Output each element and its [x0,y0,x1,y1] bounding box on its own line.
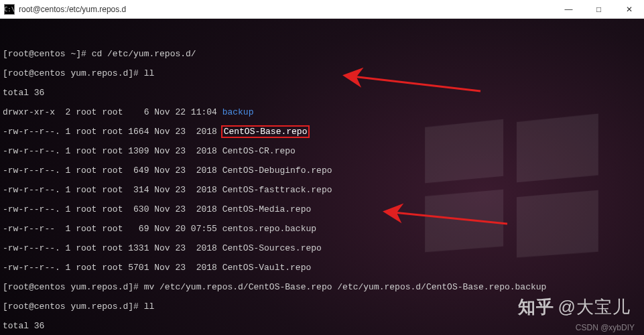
terminal-line: -rw-r--r--. 1 root root 1331 Nov 23 2018… [3,244,641,254]
prompt: [root@centos yum.repos.d]# [3,302,144,312]
terminal-line: drwxr-xr-x 2 root root 6 Nov 22 11:04 ba… [3,108,641,118]
ls-meta: drwxr-xr-x 2 root root 6 Nov 22 11:04 [3,107,222,117]
close-button[interactable]: ✕ [614,0,644,18]
terminal-line: [root@centos yum.repos.d]# ll [3,302,641,312]
window-title: root@centos:/etc/yum.repos.d [19,5,554,14]
terminal-line: [root@centos yum.repos.d]# ll [3,69,641,79]
terminal-line: -rw-r--r--. 1 root root 1309 Nov 23 2018… [3,147,641,157]
annotation-arrow-2 [348,192,514,241]
ls-meta: -rw-r--r--. 1 root root 1664 Nov 23 2018 [3,127,222,137]
prompt: [root@centos yum.repos.d]# [3,282,144,292]
command-text: mv /etc/yum.repos.d/CentOS-Base.repo /et… [144,282,547,292]
annotation-arrow-1 [308,56,487,105]
maximize-button[interactable]: □ [584,0,614,18]
window: C:\ root@centos:/etc/yum.repos.d — □ ✕ [… [0,0,644,335]
prompt: [root@centos ~]# [3,49,92,59]
terminal-line: total 36 [3,88,641,98]
command-text: ll [144,68,155,78]
window-controls: — □ ✕ [554,0,644,18]
terminal-line: -rw-r--r--. 1 root root 630 Nov 23 2018 … [3,205,641,215]
terminal-line: total 36 [3,322,641,332]
terminal[interactable]: [root@centos ~]# cd /etc/yum.repos.d/ [r… [0,19,644,335]
terminal-icon: C:\ [4,4,15,15]
terminal-line: -rw-r--r--. 1 root root 5701 Nov 23 2018… [3,263,641,273]
terminal-line: [root@centos ~]# cd /etc/yum.repos.d/ [3,50,641,60]
titlebar[interactable]: C:\ root@centos:/etc/yum.repos.d — □ ✕ [0,0,644,19]
terminal-line: [root@centos yum.repos.d]# mv /etc/yum.r… [3,283,641,293]
dir-name: backup [222,107,254,117]
highlight-centos-base: CentOS-Base.repo [221,125,310,138]
minimize-button[interactable]: — [554,0,584,18]
terminal-line: -rw-r--r--. 1 root root 649 Nov 23 2018 … [3,166,641,176]
terminal-line: -rw-r--r-- 1 root root 69 Nov 20 07:55 c… [3,224,641,234]
terminal-line: -rw-r--r--. 1 root root 1664 Nov 23 2018… [3,127,641,137]
command-text: cd /etc/yum.repos.d/ [92,49,196,59]
prompt: [root@centos yum.repos.d]# [3,68,144,78]
terminal-line: -rw-r--r--. 1 root root 314 Nov 23 2018 … [3,186,641,196]
command-text: ll [144,302,155,312]
